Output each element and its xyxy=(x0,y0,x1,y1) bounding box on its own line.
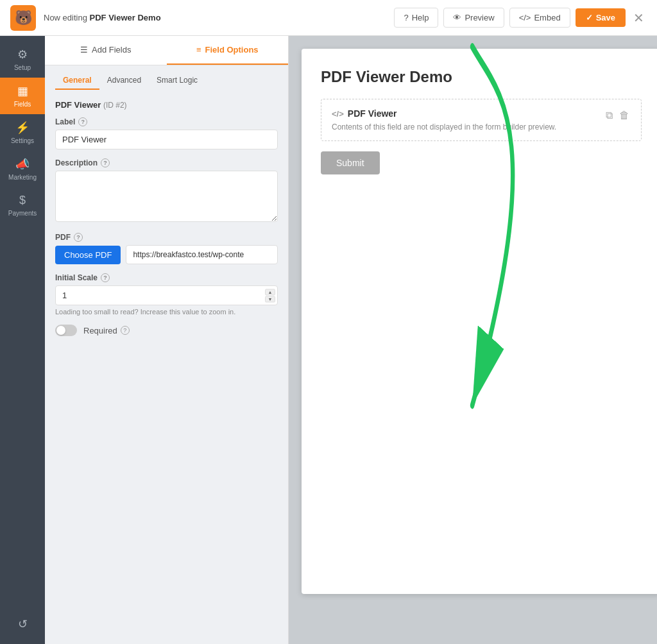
sidebar-bottom: ↺ xyxy=(13,612,33,644)
main-layout: ⚙ Setup ▦ Fields ⚡ Settings 📣 Marketing … xyxy=(0,36,657,644)
required-help-icon[interactable]: ? xyxy=(121,326,130,335)
settings-icon: ⚡ xyxy=(15,121,30,135)
eye-icon: 👁 xyxy=(453,13,461,22)
description-textarea[interactable] xyxy=(55,171,278,222)
close-button[interactable]: ✕ xyxy=(631,8,647,28)
panel-tabs: ☰ Add Fields ≡ Field Options xyxy=(45,36,288,65)
save-button[interactable]: ✓ Save xyxy=(576,8,626,27)
spin-up-button[interactable]: ▲ xyxy=(265,289,275,295)
undo-button[interactable]: ↺ xyxy=(13,612,33,636)
pdf-field-actions: ⧉ 🗑 xyxy=(604,108,631,123)
logo-bear: 🐻 xyxy=(10,5,36,31)
editing-text: Now editing PDF Viewer Demo xyxy=(44,13,161,22)
description-group: Description ? xyxy=(55,158,278,224)
marketing-icon: 📣 xyxy=(15,157,30,171)
label-label: Label ? xyxy=(55,117,278,126)
initial-scale-label: Initial Scale ? xyxy=(55,273,278,282)
required-toggle[interactable] xyxy=(55,325,77,336)
sidebar-item-marketing[interactable]: 📣 Marketing xyxy=(0,151,45,187)
top-bar-right: ? Help 👁 Preview </> Embed ✓ Save ✕ xyxy=(394,8,647,28)
scale-help-icon[interactable]: ? xyxy=(101,273,110,282)
subtab-advanced[interactable]: Advanced xyxy=(99,72,149,90)
scale-input-wrap: ▲ ▼ xyxy=(55,285,278,305)
sidebar-item-fields[interactable]: ▦ Fields xyxy=(0,78,45,114)
description-help-icon[interactable]: ? xyxy=(101,158,110,167)
subtab-general[interactable]: General xyxy=(55,72,99,90)
payments-icon: $ xyxy=(19,194,26,207)
pdf-group: PDF ? Choose PDF xyxy=(55,233,278,264)
preview-container: PDF Viewer Demo </> PDF Viewer Contents … xyxy=(289,36,657,644)
form-name: PDF Viewer Demo xyxy=(90,13,161,22)
code-brackets-icon: </> xyxy=(332,109,344,119)
check-icon: ✓ xyxy=(586,13,593,22)
subtab-smart-logic[interactable]: Smart Logic xyxy=(149,72,205,90)
field-options-panel: ☰ Add Fields ≡ Field Options General Adv… xyxy=(45,36,289,644)
toggle-thumb xyxy=(56,326,65,335)
pdf-field-name: </> PDF Viewer xyxy=(332,108,604,119)
required-row: Required ? xyxy=(55,325,278,336)
help-button[interactable]: ? Help xyxy=(394,8,438,28)
pdf-field-hint: Contents of this field are not displayed… xyxy=(332,123,604,131)
pdf-label: PDF ? xyxy=(55,233,278,242)
field-title: PDF Viewer (ID #2) xyxy=(55,100,278,110)
pdf-field-box: </> PDF Viewer Contents of this field ar… xyxy=(321,99,642,141)
scale-input[interactable] xyxy=(55,285,278,305)
description-label: Description ? xyxy=(55,158,278,167)
panel-content: PDF Viewer (ID #2) Label ? Description ? xyxy=(45,90,288,644)
required-label: Required ? xyxy=(83,326,130,335)
tab-add-fields[interactable]: ☰ Add Fields xyxy=(45,36,167,65)
label-group: Label ? xyxy=(55,117,278,149)
submit-button[interactable]: Submit xyxy=(321,151,380,174)
sidebar-item-setup[interactable]: ⚙ Setup xyxy=(0,41,45,78)
field-options-icon: ≡ xyxy=(196,45,201,55)
sidebar: ⚙ Setup ▦ Fields ⚡ Settings 📣 Marketing … xyxy=(0,36,45,644)
sidebar-item-payments[interactable]: $ Payments xyxy=(0,187,45,223)
form-preview: PDF Viewer Demo </> PDF Viewer Contents … xyxy=(302,49,657,594)
initial-scale-group: Initial Scale ? ▲ ▼ Loading too small to… xyxy=(55,273,278,316)
top-bar: 🐻 Now editing PDF Viewer Demo ? Help 👁 P… xyxy=(0,0,657,36)
choose-pdf-button[interactable]: Choose PDF xyxy=(55,246,121,264)
scale-spinner: ▲ ▼ xyxy=(265,289,275,302)
pdf-row: Choose PDF xyxy=(55,245,278,264)
pdf-url-input[interactable] xyxy=(126,245,278,264)
sidebar-item-settings[interactable]: ⚡ Settings xyxy=(0,114,45,151)
scale-hint: Loading too small to read? Increase this… xyxy=(55,308,278,316)
gear-icon: ⚙ xyxy=(17,47,28,62)
duplicate-field-button[interactable]: ⧉ xyxy=(604,108,614,123)
delete-field-button[interactable]: 🗑 xyxy=(618,108,631,123)
help-icon: ? xyxy=(404,13,408,22)
preview-button[interactable]: 👁 Preview xyxy=(443,8,504,28)
label-help-icon[interactable]: ? xyxy=(78,117,87,126)
field-options-subtabs: General Advanced Smart Logic xyxy=(45,65,288,90)
fields-icon: ▦ xyxy=(17,84,28,98)
top-bar-left: 🐻 Now editing PDF Viewer Demo xyxy=(10,5,161,31)
pdf-field-content: </> PDF Viewer Contents of this field ar… xyxy=(332,108,604,131)
code-icon: </> xyxy=(519,13,531,22)
form-preview-title: PDF Viewer Demo xyxy=(321,68,642,86)
spin-down-button[interactable]: ▼ xyxy=(265,296,275,302)
preview-area: PDF Viewer Demo </> PDF Viewer Contents … xyxy=(289,36,657,644)
embed-button[interactable]: </> Embed xyxy=(509,8,570,28)
tab-field-options[interactable]: ≡ Field Options xyxy=(167,36,289,65)
label-input[interactable] xyxy=(55,130,278,149)
pdf-help-icon[interactable]: ? xyxy=(74,233,83,242)
add-fields-icon: ☰ xyxy=(80,45,88,55)
